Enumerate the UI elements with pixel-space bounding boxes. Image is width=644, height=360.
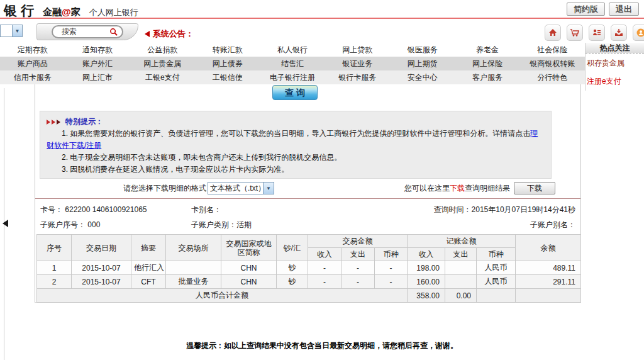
- col-country: 交易国家或地区简称: [221, 235, 277, 261]
- download-hint-text: 您可以在这里下载查询明细结果: [404, 183, 510, 194]
- nav-item-online-precious-metal[interactable]: 网上贵金属: [130, 57, 195, 70]
- nav-item-bank-card-service[interactable]: 银行卡服务: [325, 70, 390, 84]
- customer-service-icon[interactable]: [633, 25, 644, 41]
- bank-logo-text: 银行: [4, 2, 38, 20]
- contacts-icon[interactable]: [589, 25, 605, 41]
- bank-logo: 银行 金融@家 个人网上银行: [4, 2, 138, 20]
- notice-triangle-icon: [57, 120, 60, 125]
- menu-dropdown[interactable]: ▼: [0, 25, 23, 37]
- col-seq: 序号: [37, 235, 72, 261]
- nav-item-customer-service[interactable]: 客户服务: [455, 70, 519, 84]
- warm-reminder-note: 温馨提示：如以上查询结果中没有包含当日最新交易明细，请您稍后再查，谢谢。: [0, 340, 644, 351]
- nav-item-security-center[interactable]: 安全中心: [390, 70, 455, 84]
- notice-triangle-icon: [47, 120, 50, 125]
- nav-item-credit-card-service[interactable]: 信用卡服务: [0, 70, 65, 84]
- download-format-value: 文本格式（.txt）: [208, 183, 263, 194]
- query-time: 查询时间：2015年10月07日19时14分41秒: [434, 205, 575, 215]
- announcement-arrow-icon: [145, 31, 150, 37]
- top-header: 银行 金融@家 个人网上银行 简约版 退出: [0, 0, 644, 19]
- nav-item-bank-securities[interactable]: 银证业务: [325, 57, 390, 70]
- collapse-sidebar-arrow-icon[interactable]: [3, 220, 8, 227]
- cell-txn-currency: -: [375, 275, 408, 289]
- nav-item-online-loan[interactable]: 网上贷款: [325, 43, 390, 57]
- cell-seq: 2: [37, 275, 72, 289]
- cell-cash: 钞: [277, 261, 308, 275]
- nav-item-branch-features[interactable]: 分行特色: [520, 70, 585, 84]
- notice-item-3: 3. 因脱机消费存在延迟入账情况，电子现金应以芯片卡内实际为准。: [47, 164, 545, 176]
- sub-account-seq-value: 000: [87, 220, 100, 229]
- cell-txn-expense: -: [341, 275, 375, 289]
- download-inbox-icon[interactable]: [611, 25, 627, 41]
- total-balance-empty: [516, 289, 581, 303]
- nav-item-social-insurance[interactable]: 社会保险: [520, 43, 585, 57]
- search-input[interactable]: 搜索: [52, 25, 123, 38]
- cell-date: 2015-10-07: [72, 275, 131, 289]
- nav-item-icbc-messenger[interactable]: 工银信使: [195, 70, 260, 84]
- nav-item-charity-donation[interactable]: 公益捐款: [130, 43, 195, 57]
- nav-item-online-insurance[interactable]: 网上保险: [455, 57, 519, 70]
- nav-item-account-forex[interactable]: 账户外汇: [65, 57, 130, 70]
- logout-button[interactable]: 退出: [609, 3, 639, 16]
- total-book-income: 358.00: [408, 289, 445, 303]
- total-currency-empty: [477, 289, 516, 303]
- nav-item-pension[interactable]: 养老金: [455, 43, 519, 57]
- cell-txn-currency: -: [375, 261, 408, 275]
- hot-link-precious-metal[interactable]: 积存贵金属: [587, 58, 644, 69]
- cell-book-currency: 人民币: [477, 275, 516, 289]
- nav-item-online-forex-market[interactable]: 网上汇市: [65, 70, 130, 84]
- nav-item-notice-deposit[interactable]: 通知存款: [65, 43, 130, 57]
- nav-item-forex-settlement[interactable]: 结售汇: [260, 57, 325, 70]
- content-frame: 查 询 特别提示： 1. 如果您需要对您的银行资产、负债进行管理，您可以下载您的…: [35, 84, 581, 303]
- cell-book-currency: 人民币: [477, 261, 516, 275]
- nav-item-icbc-epay[interactable]: 工银e支付: [130, 70, 195, 84]
- nav-item-account-commodity[interactable]: 账户商品: [0, 57, 65, 70]
- col-date: 交易日期: [72, 235, 131, 261]
- download-row: 请您选择下载明细的格式 文本格式（.txt） ▼ 您可以在这里下载查询明细结果 …: [35, 182, 580, 196]
- nav-item-online-futures[interactable]: 网上期货: [390, 57, 455, 70]
- cell-book-income: 160.00: [408, 275, 445, 289]
- cart-icon[interactable]: [567, 25, 583, 41]
- cell-book-income: 198.00: [408, 261, 445, 275]
- nav-item-transfer-remit[interactable]: 转账汇款: [195, 43, 260, 57]
- query-button[interactable]: 查 询: [272, 85, 318, 100]
- download-link[interactable]: 下载: [450, 184, 465, 193]
- download-button[interactable]: 下载: [514, 182, 555, 194]
- nav-item-bank-medical[interactable]: 银医服务: [390, 43, 455, 57]
- chevron-down-icon: ▼: [12, 25, 22, 37]
- card-alias-label: 卡别名：: [191, 205, 221, 215]
- search-icon[interactable]: [109, 27, 118, 37]
- cell-country: CHN: [221, 275, 277, 289]
- total-label: 人民币合计金额: [37, 289, 408, 303]
- sub-account-seq-label: 子账户序号：: [40, 220, 86, 229]
- hot-topics-title: 热点关注: [586, 43, 644, 53]
- nav-item-private-banking[interactable]: 私人银行: [260, 43, 325, 57]
- nav-item-ebanking-register[interactable]: 电子银行注册: [260, 70, 325, 84]
- hot-link-epay-register[interactable]: 注册e支付: [587, 76, 644, 87]
- sub-account-alias-label: 子账户别名：: [530, 220, 575, 230]
- simple-version-button[interactable]: 简约版: [567, 3, 605, 16]
- col-group-transaction-amount: 交易金额: [308, 235, 408, 248]
- home-icon[interactable]: [545, 25, 561, 41]
- hot-topics-panel: 热点关注 积存贵金属 注册e支付: [585, 43, 644, 91]
- personal-banking-label: 个人网上银行: [89, 7, 138, 18]
- cell-place: [166, 261, 221, 275]
- download-format-select[interactable]: 文本格式（.txt） ▼: [208, 182, 274, 194]
- cell-date: 2015-10-07: [72, 261, 131, 275]
- cell-txn-expense: -: [341, 261, 375, 275]
- sub-account-type: 子账户类别：活期: [191, 220, 252, 230]
- col-book-expense: 支出: [445, 248, 477, 261]
- notice-item-1: 1. 如果您需要对您的银行资产、负债进行管理，您可以下载您的当日明细，导入工商银…: [47, 128, 545, 152]
- cell-txn-income: -: [308, 275, 341, 289]
- nav-item-online-bond[interactable]: 网上债券: [195, 57, 260, 70]
- nav-item-fixed-deposit[interactable]: 定期存款: [0, 43, 65, 57]
- announcement-label: 系统公告：: [153, 28, 194, 40]
- nav-row-2: 账户商品 账户外汇 网上贵金属 网上债券 结售汇 银证业务 网上期货 网上保险 …: [0, 57, 585, 70]
- special-notice-box: 特别提示： 1. 如果您需要对您的银行资产、负债进行管理，您可以下载您的当日明细…: [40, 111, 552, 179]
- account-info-row-1: 卡号： 622200 1406100921065 卡别名： 查询时间：2015年…: [40, 205, 577, 215]
- col-summary: 摘要: [131, 235, 166, 261]
- brand-text: 金融@家: [43, 6, 80, 18]
- nav-item-bank-merchant-transfer[interactable]: 银商银权转账: [520, 57, 585, 70]
- notice-item-2: 2. 电子现金交易明细不含未达账项，即未包含商户还未上传到我行的脱机交易信息。: [47, 152, 545, 164]
- account-info-row-2: 子账户序号： 000 子账户类别：活期 子账户别名：: [40, 220, 577, 230]
- cell-balance: 291.11: [516, 275, 581, 289]
